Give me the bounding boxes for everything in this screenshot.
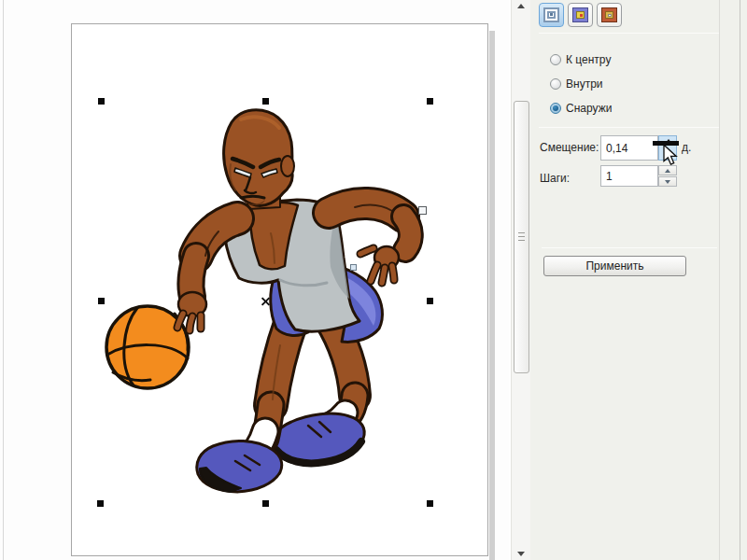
docker-right-edge [740,0,740,560]
spin-down-button[interactable] [658,176,677,187]
radio-label: К центру [566,53,611,66]
selection-handle-bottom-left[interactable] [97,500,104,507]
contour-inside-button[interactable] [568,3,593,27]
thumb-grip-icon [518,232,525,233]
steps-field[interactable] [600,165,658,187]
offset-label: Смещение: [540,141,599,154]
object-node-handle[interactable] [350,264,357,271]
selection-handle-bottom-right[interactable] [427,500,433,507]
scroll-up-button[interactable] [512,0,531,14]
selection-center-mark[interactable] [261,296,271,306]
offset-field[interactable] [600,135,658,161]
scroll-down-icon [517,552,525,556]
contour-outside-button[interactable] [597,3,622,27]
apply-button[interactable]: Применить [543,256,686,276]
vertical-scrollbar[interactable] [511,0,530,560]
scrollbar-thumb[interactable] [514,101,529,373]
radio-circle-icon[interactable] [550,54,561,65]
offset-input[interactable] [601,136,657,160]
steps-label: Шаги: [540,172,570,185]
radio-circle-icon[interactable] [550,78,561,90]
contour-to-center-button[interactable] [539,3,564,27]
selection-handle-top-center[interactable] [262,98,269,105]
app-window: К центру Внутри Снаружи Смещение: д. Шаг… [0,0,747,560]
docker-divider [719,0,720,560]
separator [539,127,719,128]
contour-docker-panel: К центру Внутри Снаружи Смещение: д. Шаг… [530,0,747,560]
spin-down-icon [665,180,670,184]
radio-label: Снаружи [566,102,612,115]
selection-handle-top-right[interactable] [427,98,433,105]
selection-handle-middle-right[interactable] [427,298,433,304]
contour-to-center-icon [543,7,559,22]
basketball-player-artwork[interactable] [0,0,509,560]
radio-label: Внутри [566,77,603,91]
mouse-cursor-icon [661,144,678,166]
selection-handle-middle-left[interactable] [98,298,105,304]
scroll-up-icon [517,4,525,8]
selection-handle-top-left[interactable] [98,98,105,105]
separator [539,33,719,34]
contour-outside-icon [601,7,617,22]
scroll-down-button[interactable] [512,546,531,560]
spin-up-button[interactable] [658,165,677,175]
drawing-canvas[interactable] [0,0,509,560]
separator [542,247,717,248]
selection-handle-bottom-center[interactable] [262,500,269,507]
offset-unit-label: д. [682,141,691,154]
spin-up-icon [665,169,670,173]
radio-circle-selected-icon[interactable] [550,103,561,114]
contour-node-handle[interactable] [418,206,427,215]
steps-input[interactable] [601,166,657,186]
steps-spinner[interactable] [658,165,677,187]
contour-inside-icon [572,7,588,22]
